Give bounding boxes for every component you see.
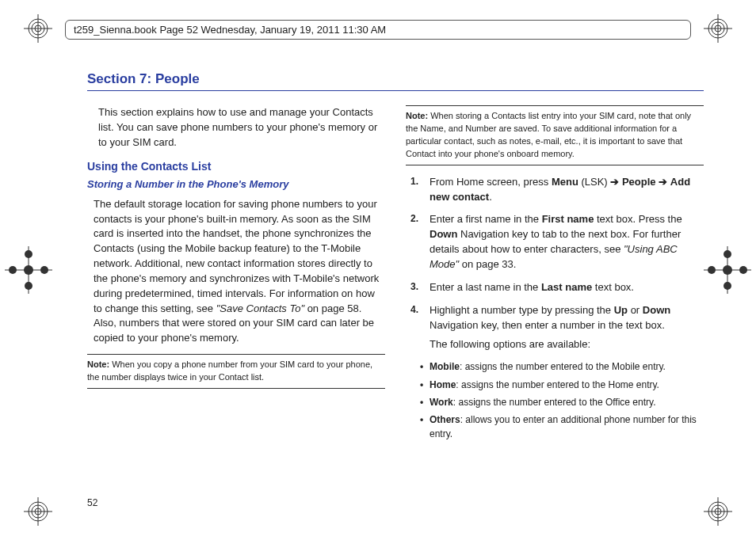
options-intro: The following options are available:: [430, 337, 704, 352]
svg-point-29: [723, 265, 732, 275]
label: Mobile: [430, 361, 460, 372]
section-title: Section 7: People: [87, 71, 704, 91]
desc: : assigns the number entered to the Mobi…: [460, 361, 666, 372]
page-content: Section 7: People This section explains …: [87, 71, 704, 492]
desc: : allows you to enter an additional phon…: [430, 414, 697, 439]
step-num: 1.: [410, 175, 430, 205]
cross-mark-right: [704, 246, 751, 294]
note-copy-sim: Note: When you copy a phone number from …: [87, 354, 385, 389]
reg-mark-tl: [24, 14, 52, 43]
bullet-others: Others: allows you to enter an additiona…: [420, 413, 704, 441]
heading-using-contacts: Using the Contacts List: [87, 158, 385, 174]
menu-label: Menu: [552, 176, 578, 188]
t: From Home screen, press: [430, 176, 552, 188]
steps-list: 1. From Home screen, press Menu (LSK) ➔ …: [406, 175, 704, 352]
subheading-storing-number: Storing a Number in the Phone's Memory: [87, 177, 385, 192]
t: (LSK): [578, 176, 610, 188]
note-text: When you copy a phone number from your S…: [87, 359, 372, 382]
label: Home: [430, 379, 456, 390]
reg-mark-br: [704, 497, 732, 526]
body-text-1: The default storage location for saving …: [94, 198, 379, 314]
svg-point-24: [25, 282, 32, 290]
step-num: 2.: [410, 212, 430, 272]
people-label: People: [622, 176, 656, 188]
t: text box. Press the: [594, 213, 682, 225]
reg-mark-tr: [704, 14, 732, 43]
step-1: 1. From Home screen, press Menu (LSK) ➔ …: [410, 175, 704, 205]
body-memory-text: The default storage location for saving …: [87, 197, 385, 346]
svg-point-22: [24, 265, 33, 275]
label: Others: [430, 414, 460, 425]
header-filename: t259_Sienna.book Page 52 Wednesday, Janu…: [65, 20, 691, 40]
t: Highlight a number type by pressing the: [430, 304, 614, 316]
intro-text: This section explains how to use and man…: [87, 105, 385, 150]
note-text: When storing a Contacts list entry into …: [406, 111, 691, 158]
up-key-label: Up: [614, 304, 628, 316]
ref-save-contacts: "Save Contacts To": [216, 302, 304, 314]
note-sim-storage: Note: When storing a Contacts list entry…: [406, 105, 704, 165]
t: Navigation key, then enter a number in t…: [430, 319, 665, 331]
svg-point-33: [739, 266, 747, 274]
svg-point-30: [724, 250, 731, 258]
left-column: This section explains how to use and man…: [87, 105, 385, 445]
t: or: [628, 304, 643, 316]
step-4: 4. Highlight a number type by pressing t…: [410, 303, 704, 353]
number-type-list: Mobile: assigns the number entered to th…: [406, 360, 704, 441]
down-key-label: Down: [643, 304, 670, 316]
right-column: Note: When storing a Contacts list entry…: [406, 105, 704, 445]
svg-point-23: [25, 250, 32, 258]
svg-point-31: [724, 282, 731, 290]
note-label: Note:: [87, 359, 109, 369]
reg-mark-bl: [24, 497, 52, 526]
last-name-label: Last name: [541, 281, 592, 293]
first-name-label: First name: [542, 213, 594, 225]
svg-point-25: [9, 266, 17, 274]
t: .: [489, 191, 492, 203]
t: on page 33.: [459, 258, 516, 270]
desc: : assigns the number entered to the Home…: [456, 379, 659, 390]
page-number: 52: [87, 497, 97, 508]
svg-point-26: [40, 266, 48, 274]
svg-point-32: [708, 266, 716, 274]
down-key-label: Down: [430, 228, 457, 240]
desc: : assigns the number entered to the Offi…: [453, 397, 656, 408]
step-3: 3. Enter a last name in the Last name te…: [410, 280, 704, 295]
step-num: 3.: [410, 280, 430, 295]
bullet-work: Work: assigns the number entered to the …: [420, 396, 704, 409]
note-label: Note:: [406, 111, 428, 120]
cross-mark-left: [5, 246, 52, 294]
arrow-icon: ➔: [659, 176, 667, 188]
step-num: 4.: [410, 303, 430, 353]
arrow-icon: ➔: [610, 176, 619, 188]
bullet-home: Home: assigns the number entered to the …: [420, 378, 704, 392]
t: Enter a first name in the: [430, 213, 542, 225]
t: text box.: [592, 281, 634, 293]
bullet-mobile: Mobile: assigns the number entered to th…: [420, 360, 704, 374]
t: Enter a last name in the: [430, 281, 541, 293]
label: Work: [430, 397, 453, 408]
step-2: 2. Enter a first name in the First name …: [410, 212, 704, 272]
